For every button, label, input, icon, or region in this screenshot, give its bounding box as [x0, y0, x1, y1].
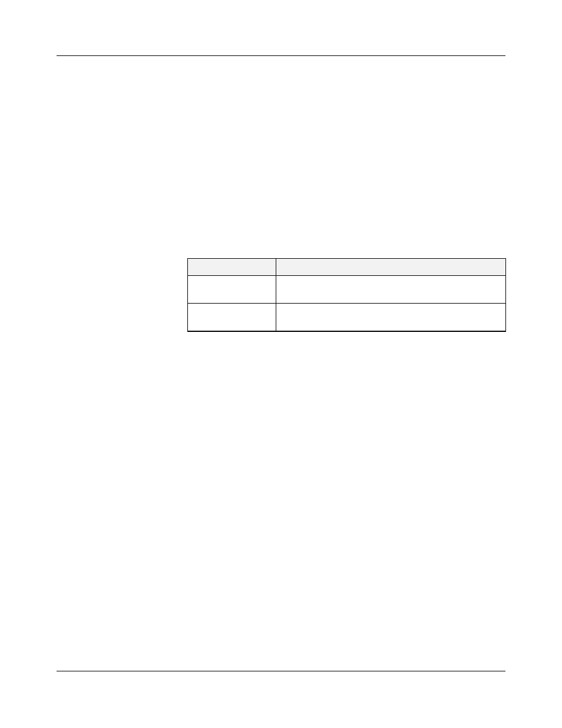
table-header-row [188, 259, 506, 276]
page [0, 0, 562, 728]
data-table [187, 258, 506, 332]
table-cell [276, 304, 506, 332]
table-header-cell [188, 259, 276, 276]
footer-rule [57, 671, 505, 671]
header-rule [57, 55, 505, 56]
table-cell [188, 304, 276, 332]
table-container [187, 258, 505, 332]
table-header-cell [276, 259, 506, 276]
table-row [188, 276, 506, 304]
table-row [188, 304, 506, 332]
table-cell [276, 276, 506, 304]
table-cell [188, 276, 276, 304]
